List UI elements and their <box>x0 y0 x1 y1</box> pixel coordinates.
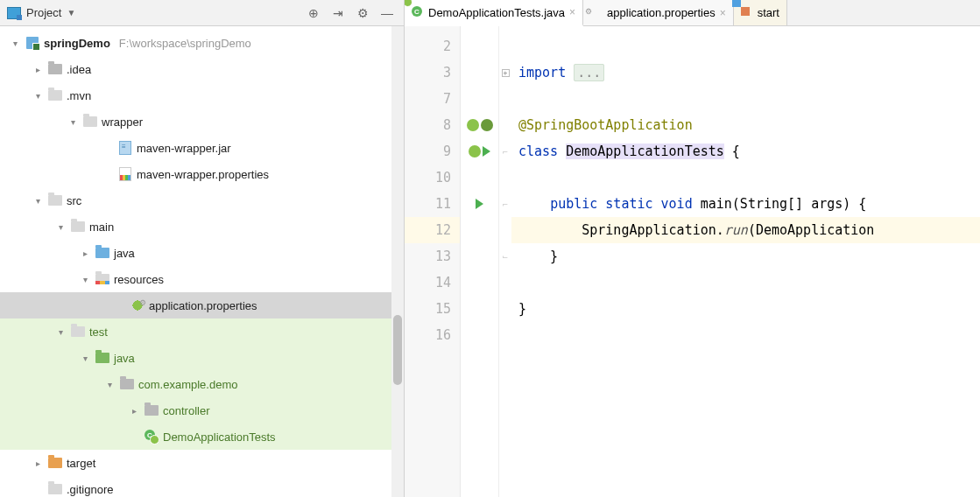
folder-icon <box>95 274 109 284</box>
editor-tabs: DemoApplicationTests.java × application.… <box>405 0 980 26</box>
tab-app-properties[interactable]: application.properties × <box>583 0 734 25</box>
folder-icon <box>71 326 85 337</box>
folded-region[interactable]: ... <box>574 64 604 81</box>
spring-leaf-icon[interactable] <box>481 119 493 131</box>
line-number[interactable]: 3 <box>405 60 460 86</box>
tree-item[interactable]: ▸maven-wrapper.properties <box>0 161 404 187</box>
project-dropdown-label[interactable]: Project <box>26 6 61 19</box>
fold-expand-icon[interactable]: + <box>502 69 510 77</box>
tree-item[interactable]: ▸target <box>0 450 404 476</box>
spring-class-icon <box>145 430 159 444</box>
chevron-right-icon[interactable]: ▸ <box>32 458 44 468</box>
editor-body[interactable]: 2378910111213141516 + ⌐ <box>405 26 980 497</box>
tree-item-label: resources <box>114 273 164 286</box>
gutter-icons[interactable] <box>461 26 499 497</box>
tree-item[interactable]: ▾com.example.demo <box>0 371 404 397</box>
tree-item[interactable]: ▾java <box>0 345 404 371</box>
line-number[interactable]: 13 <box>405 243 460 270</box>
chevron-down-icon[interactable]: ▾ <box>9 38 21 48</box>
folder-icon <box>145 405 159 416</box>
chevron-down-icon[interactable]: ▾ <box>79 275 91 284</box>
chevron-right-icon[interactable]: ▸ <box>79 248 91 258</box>
jar-icon <box>119 141 131 155</box>
line-number[interactable]: 14 <box>405 270 460 296</box>
tree-item[interactable]: ▸DemoApplicationTests <box>0 424 404 450</box>
settings-icon[interactable]: ⚙ <box>353 4 372 23</box>
tree-item[interactable]: ▸.gitignore <box>0 476 404 497</box>
spring-bean-icon[interactable] <box>467 119 479 131</box>
tree-item[interactable]: ▾resources <box>0 266 404 292</box>
tree-item[interactable]: ▸java <box>0 240 404 266</box>
tree-item-label: .gitignore <box>67 483 113 496</box>
chevron-down-icon[interactable]: ▾ <box>32 91 44 101</box>
chevron-right-icon[interactable]: ▸ <box>128 406 140 416</box>
folder-icon <box>83 116 97 127</box>
project-icon <box>7 7 21 19</box>
tree-item[interactable]: ▾.mvn <box>0 82 404 108</box>
tree-item-label: maven-wrapper.jar <box>137 142 231 155</box>
tree-item-label: java <box>114 247 135 260</box>
close-icon[interactable]: × <box>569 6 575 18</box>
line-number[interactable]: 9 <box>405 138 460 164</box>
line-gutter[interactable]: 2378910111213141516 <box>405 26 461 497</box>
tree-scrollbar[interactable] <box>391 26 404 497</box>
chevron-down-icon[interactable]: ▾ <box>103 380 116 389</box>
tree-item[interactable]: ▸application.properties <box>0 292 404 318</box>
tab-label: start <box>758 6 779 19</box>
line-number[interactable]: 10 <box>405 164 460 191</box>
root-path: F:\workspace\springDemo <box>119 37 251 50</box>
code-line: class DemoApplicationTests { <box>511 138 980 164</box>
tab-label: application.properties <box>607 6 716 19</box>
run-icon[interactable] <box>483 146 490 157</box>
close-icon[interactable]: × <box>720 7 726 19</box>
tree-item[interactable]: ▾main <box>0 214 404 240</box>
project-sidebar: Project ▼ ⊕ ⇥ ⚙ — ▾ springDemo F:\worksp… <box>0 0 405 497</box>
locate-icon[interactable]: ⊕ <box>304 4 323 23</box>
chevron-down-icon[interactable]: ▾ <box>54 222 67 232</box>
tree-item[interactable]: ▾src <box>0 187 404 214</box>
line-number[interactable]: 8 <box>405 112 460 138</box>
folder-icon <box>120 379 134 389</box>
tree-item[interactable]: ▾test <box>0 318 404 345</box>
tree-item[interactable]: ▸maven-wrapper.jar <box>0 135 404 161</box>
chevron-down-icon[interactable]: ▾ <box>32 196 44 206</box>
tree-item[interactable]: ▸controller <box>0 397 404 424</box>
fold-strip[interactable]: + ⌐ ⌐ ⌙ <box>499 26 511 497</box>
folder-icon <box>95 248 109 258</box>
tab-demo-tests[interactable]: DemoApplicationTests.java × <box>405 0 583 26</box>
tree-item-label: application.properties <box>149 299 257 312</box>
spring-bean-icon[interactable] <box>469 145 481 158</box>
chevron-down-icon[interactable]: ▾ <box>67 117 79 127</box>
project-tree[interactable]: ▾ springDemo F:\workspace\springDemo ▸.i… <box>0 26 404 497</box>
tree-item-label: src <box>67 194 81 207</box>
line-number[interactable]: 7 <box>405 86 460 112</box>
tree-root[interactable]: ▾ springDemo F:\workspace\springDemo <box>0 30 404 56</box>
line-number[interactable]: 12 <box>405 217 460 243</box>
tree-item-label: java <box>114 352 135 365</box>
tree-item[interactable]: ▾wrapper <box>0 108 404 135</box>
editor-pane: DemoApplicationTests.java × application.… <box>405 0 980 497</box>
sidebar-header: Project ▼ ⊕ ⇥ ⚙ — <box>0 0 404 26</box>
dropdown-arrow-icon[interactable]: ▼ <box>67 8 75 18</box>
minimize-icon[interactable]: — <box>377 4 397 23</box>
tree-item[interactable]: ▸.idea <box>0 56 404 82</box>
chevron-down-icon[interactable]: ▾ <box>54 327 67 337</box>
scrollbar-thumb[interactable] <box>393 315 402 385</box>
chevron-down-icon[interactable]: ▾ <box>79 354 91 363</box>
code-line-current: SpringApplication.run(DemoApplication <box>511 217 980 243</box>
tab-start[interactable]: start <box>734 0 787 25</box>
collapse-icon[interactable]: ⇥ <box>328 4 348 23</box>
folder-icon <box>95 353 109 363</box>
line-number[interactable]: 15 <box>405 296 460 322</box>
line-number[interactable]: 2 <box>405 33 460 60</box>
line-number[interactable]: 16 <box>405 322 460 348</box>
tree-item-label: .mvn <box>67 89 91 102</box>
tree-item-label: maven-wrapper.properties <box>137 168 269 181</box>
code-line: import ... <box>511 60 980 86</box>
run-icon[interactable] <box>476 199 483 209</box>
code-area[interactable]: import ... @SpringBootApplication class … <box>511 26 980 497</box>
root-name: springDemo <box>44 37 110 50</box>
line-number[interactable]: 11 <box>405 191 460 217</box>
tree-item-label: target <box>67 457 95 470</box>
chevron-right-icon[interactable]: ▸ <box>32 65 44 74</box>
